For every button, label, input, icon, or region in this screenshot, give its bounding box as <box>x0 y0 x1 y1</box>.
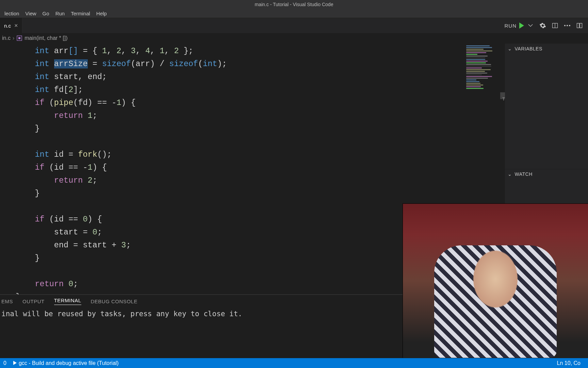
code-line[interactable]: return 0; <box>16 278 465 291</box>
bottom-tab-terminal[interactable]: TERMINAL <box>54 297 81 305</box>
statusbar: 0 gcc - Build and debug active file (Tut… <box>0 358 588 368</box>
svg-rect-8 <box>18 37 20 39</box>
close-icon[interactable]: × <box>14 22 18 29</box>
minimap-line <box>466 73 487 74</box>
watch-panel-header[interactable]: ⌄ WATCH <box>505 169 588 179</box>
code-line[interactable]: int id = fork(); <box>16 148 465 161</box>
code-line[interactable]: } <box>16 252 465 265</box>
minimap-line <box>466 61 488 62</box>
minimap-line <box>466 83 480 84</box>
bottom-tab-debug-console[interactable]: DEBUG CONSOLE <box>91 298 137 304</box>
run-button-group: RUN <box>505 22 535 29</box>
run-label: RUN <box>505 23 517 29</box>
watch-label: WATCH <box>515 171 533 177</box>
code-line[interactable]: int arrSize = sizeof(arr) / sizeof(int); <box>16 58 465 71</box>
minimap-line <box>466 49 484 50</box>
code-line[interactable]: int arr[] = { 1, 2, 3, 4, 1, 2 }; <box>16 45 465 58</box>
minimap-line <box>466 78 488 79</box>
webcam-overlay <box>403 203 588 358</box>
code-editor[interactable]: int arr[] = { 1, 2, 3, 4, 1, 2 }; int ar… <box>0 43 465 294</box>
code-line[interactable]: if (id == 0) { <box>16 213 465 226</box>
layout-icon[interactable] <box>576 22 583 29</box>
code-line[interactable] <box>16 265 465 278</box>
minimap-line <box>466 47 492 48</box>
window-title: main.c - Tutorial - Visual Studio Code <box>255 2 333 7</box>
code-line[interactable]: if (pipe(fd) == -1) { <box>16 96 465 109</box>
minimap-line <box>466 71 485 72</box>
code-line[interactable]: } <box>16 122 465 135</box>
svg-rect-6 <box>580 23 582 28</box>
play-icon <box>13 361 17 365</box>
symbol-icon <box>16 35 22 41</box>
menu-view[interactable]: View <box>22 11 39 16</box>
minimap-line <box>466 45 490 46</box>
tab-actions: RUN <box>505 18 588 33</box>
status-task-label: gcc - Build and debug active file (Tutor… <box>19 360 119 366</box>
split-editor-icon[interactable] <box>551 22 559 29</box>
svg-rect-5 <box>577 23 579 28</box>
bottom-tab-output[interactable]: OUTPUT <box>22 298 45 304</box>
editor-tabbar: n.c × RUN <box>0 18 588 33</box>
code-line[interactable]: int start, end; <box>16 71 465 83</box>
variables-label: VARIABLES <box>515 46 542 51</box>
minimap-line <box>466 67 482 68</box>
menu-go[interactable]: Go <box>39 11 52 16</box>
status-error-count[interactable]: 0 <box>3 360 6 366</box>
minimap-line <box>466 66 491 67</box>
minimap-line <box>466 56 488 57</box>
minimap-line <box>466 64 491 65</box>
minimap-line <box>466 86 481 87</box>
person-silhouette <box>434 245 557 358</box>
svg-point-3 <box>567 25 568 26</box>
code-line[interactable]: start = 0; <box>16 226 465 239</box>
menu-lection[interactable]: lection <box>1 11 22 16</box>
chevron-right-icon: › <box>13 35 14 41</box>
code-line[interactable]: return 1; <box>16 109 465 122</box>
minimap-line <box>466 81 479 82</box>
breadcrumb-file[interactable]: in.c <box>2 35 11 41</box>
minimap-line <box>466 62 486 63</box>
play-icon[interactable] <box>519 22 524 29</box>
svg-point-2 <box>564 25 566 26</box>
breadcrumb[interactable]: in.c › main(int, char * []) <box>0 33 588 43</box>
svg-point-4 <box>569 25 570 26</box>
minimap-line <box>466 52 486 53</box>
code-line[interactable]: return 2; <box>16 174 465 187</box>
window-titlebar: main.c - Tutorial - Visual Studio Code <box>0 0 588 9</box>
chevron-down-icon[interactable] <box>527 22 534 29</box>
gear-icon[interactable] <box>539 22 546 29</box>
code-line[interactable] <box>16 135 465 148</box>
minimap-line <box>466 57 485 58</box>
menu-help[interactable]: Help <box>93 11 110 16</box>
breadcrumb-symbol[interactable]: main(int, char * []) <box>24 35 67 41</box>
minimap-line <box>466 74 482 75</box>
scrollbar-marker: T <box>502 96 505 102</box>
status-cursor-position[interactable]: Ln 10, Co <box>557 360 585 366</box>
more-icon[interactable] <box>564 22 571 29</box>
minimap-line <box>466 54 477 55</box>
code-line[interactable]: int fd[2]; <box>16 83 465 96</box>
minimap-line <box>466 85 483 86</box>
variables-panel-header[interactable]: ⌄ VARIABLES <box>505 43 588 53</box>
menu-terminal[interactable]: Terminal <box>68 11 93 16</box>
code-line[interactable]: if (id == -1) { <box>16 161 465 174</box>
code-line[interactable]: } <box>16 187 465 200</box>
minimap-line <box>466 76 492 77</box>
variables-panel-body <box>505 53 588 169</box>
bottom-tab-ems[interactable]: EMS <box>1 298 13 304</box>
editor-tab-main-c[interactable]: n.c × <box>0 18 22 33</box>
menubar: lectionViewGoRunTerminalHelp <box>0 9 588 18</box>
minimap-line <box>466 79 476 80</box>
minimap-line <box>466 59 485 60</box>
minimap-line <box>466 69 491 70</box>
code-line[interactable]: end = start + 3; <box>16 239 465 252</box>
chevron-down-icon: ⌄ <box>508 46 512 51</box>
minimap-line <box>466 88 484 89</box>
tab-filename: n.c <box>4 23 11 29</box>
status-build-task[interactable]: gcc - Build and debug active file (Tutor… <box>13 360 119 366</box>
menu-run[interactable]: Run <box>52 11 68 16</box>
chevron-down-icon: ⌄ <box>508 171 512 177</box>
minimap-line <box>466 50 492 51</box>
code-line[interactable] <box>16 200 465 213</box>
